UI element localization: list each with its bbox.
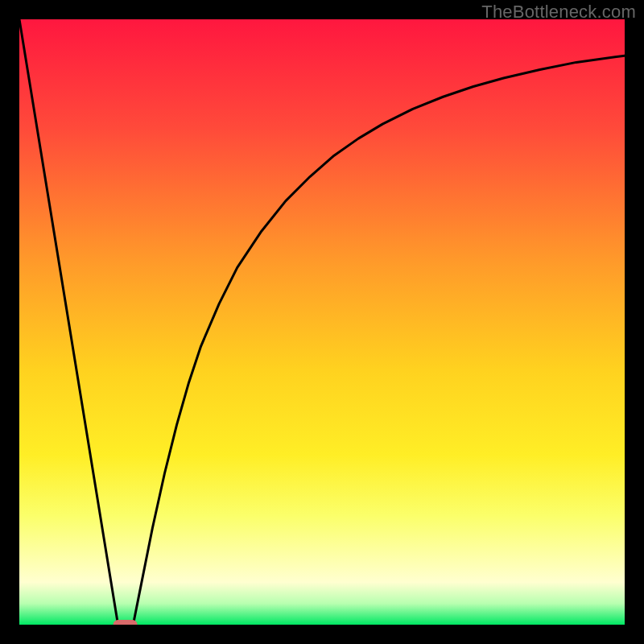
watermark-text: TheBottleneck.com [481, 2, 636, 23]
plot-area [19, 19, 625, 625]
chart-svg [19, 19, 625, 625]
chart-frame: TheBottleneck.com [0, 0, 644, 644]
marker-group [114, 620, 138, 625]
gradient-background [19, 19, 625, 625]
min-marker [114, 620, 138, 625]
